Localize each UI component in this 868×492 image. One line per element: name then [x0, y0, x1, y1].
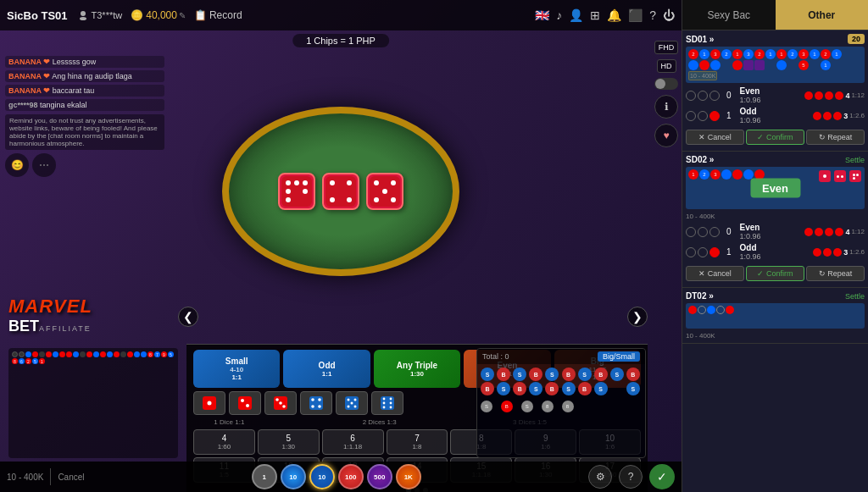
person-icon[interactable]: 👤: [569, 8, 583, 22]
history-dot: [53, 351, 58, 357]
nav-arrow-right[interactable]: ❯: [627, 307, 648, 327]
chip-selected[interactable]: 10: [309, 464, 335, 489]
num-btn-4[interactable]: 41:60: [193, 429, 255, 455]
screen-icon[interactable]: ⬛: [628, 8, 643, 22]
road-cell: [698, 306, 706, 314]
dice-sel-1[interactable]: [193, 391, 225, 415]
main-container: SicBo TS01 T3***tw 🪙 40,000 ✎ 📋 Record 🇬…: [0, 0, 868, 492]
road-cell: 1: [765, 49, 776, 59]
svg-point-39: [354, 406, 357, 408]
record-button[interactable]: 📋 Record: [194, 9, 242, 21]
cancel-label: Cancel: [58, 473, 84, 482]
tab-other[interactable]: Other: [776, 0, 869, 30]
bigsmall-label[interactable]: Big/Small: [598, 351, 640, 362]
dt02-roadmap: [686, 303, 865, 329]
cancel-btn[interactable]: ✕ Cancel: [686, 130, 744, 145]
confirm-btn[interactable]: ✓ Confirm: [746, 130, 804, 145]
chip-100[interactable]: 100: [338, 464, 364, 489]
result-cell: B: [578, 382, 592, 395]
help-icon[interactable]: ?: [649, 8, 656, 22]
nav-arrow-left[interactable]: ❮: [178, 307, 198, 327]
num-btn-5[interactable]: 51:30: [258, 429, 320, 455]
history-dot: [59, 351, 65, 357]
dice-sel-3[interactable]: [264, 391, 297, 415]
bet-odd-button[interactable]: Odd 1:1: [283, 350, 370, 388]
side-odds: 1:12: [851, 91, 865, 99]
result-dot: [825, 228, 833, 236]
repeat-btn[interactable]: ↻ Repeat: [806, 130, 865, 145]
history-num: 7: [154, 351, 160, 357]
r2-cell: 8: [562, 401, 574, 412]
svg-point-1: [80, 17, 86, 20]
result-cell: S: [578, 368, 592, 381]
r2-cell: 8: [542, 401, 554, 412]
music-icon[interactable]: ♪: [556, 8, 562, 22]
result-dot: [823, 112, 832, 120]
divider: [50, 468, 51, 485]
road-cell-s: [732, 60, 743, 70]
quality-toggle[interactable]: [654, 78, 678, 90]
bet-triple-button[interactable]: Any Triple 1:30: [374, 350, 460, 388]
num-btn-7[interactable]: 71:8: [387, 429, 448, 455]
sd02-roadmap: 1 2 3 Even: [686, 167, 865, 209]
svg-rect-29: [309, 396, 323, 410]
svg-point-3: [286, 180, 291, 185]
svg-point-32: [311, 405, 314, 408]
svg-point-27: [279, 401, 282, 405]
chip-500[interactable]: 500: [367, 464, 392, 489]
svg-point-13: [347, 197, 352, 202]
dice-sel-4[interactable]: [300, 391, 332, 415]
bell-icon[interactable]: 🔔: [607, 8, 621, 22]
result-dot: [833, 112, 842, 120]
dice-sel-5[interactable]: [336, 391, 368, 415]
sd02-id: SD02 »: [686, 155, 714, 164]
bottom-game-panel: Total : 0 Big/Small S B S B S B S B S B …: [476, 348, 646, 458]
bottom-toolbar: 10 - 400K Cancel 1 10 10 100 500 1K ⚙ ? …: [0, 462, 682, 492]
grid-icon[interactable]: ⊞: [590, 8, 600, 22]
username: T3***tw: [92, 10, 123, 20]
fhd-button[interactable]: FHD: [654, 41, 679, 54]
overlay-die: [834, 170, 846, 182]
svg-point-18: [374, 197, 379, 202]
chat-emoji-btn[interactable]: 😊: [5, 153, 29, 177]
bet-triple-odds: 1:30: [376, 370, 459, 378]
bet-odds: 1:0.96: [740, 232, 802, 240]
repeat-btn[interactable]: ↻ Repeat: [806, 266, 865, 281]
dice-label-2: [269, 418, 341, 426]
cancel-btn[interactable]: ✕ Cancel: [686, 266, 744, 281]
chip-1[interactable]: 1: [252, 464, 277, 489]
question-btn[interactable]: ?: [619, 465, 643, 489]
tab-sexy-bac[interactable]: Sexy Bac: [682, 0, 776, 30]
bet-circle-filled: [709, 247, 720, 257]
confirm-btn[interactable]: ✓ Confirm: [746, 266, 804, 281]
favorite-button[interactable]: ♥: [654, 124, 678, 147]
num-btn-6[interactable]: 61:1.18: [322, 429, 384, 455]
svg-point-7: [303, 189, 308, 194]
svg-point-19: [391, 197, 396, 202]
bet-name: Even: [740, 86, 802, 96]
power-icon[interactable]: ⏻: [663, 8, 675, 22]
settings-btn[interactable]: ⚙: [588, 465, 612, 489]
flag-icon[interactable]: 🇬🇧: [535, 8, 549, 22]
result-dot: [815, 91, 823, 100]
dice-sel-6[interactable]: [371, 391, 403, 415]
hd-button[interactable]: HD: [657, 59, 676, 73]
history-dot: [100, 351, 106, 357]
bet-small-button[interactable]: Small 4-10 1:1: [193, 350, 280, 388]
bet-odds: 1:0.96: [740, 96, 802, 104]
confirm-btn[interactable]: ✓: [649, 464, 675, 489]
svg-point-5: [303, 180, 308, 185]
result-cell: B: [562, 368, 576, 381]
result-dot: [835, 228, 843, 236]
chip-1k[interactable]: 1K: [396, 464, 421, 489]
bet-odd-odds: 1:1: [285, 370, 368, 378]
bet-small-label: Small: [195, 357, 278, 366]
bet-odds: 1:0.96: [740, 252, 810, 261]
dice-sel-2[interactable]: [229, 391, 261, 415]
sd01-header: SD01 » 20: [686, 34, 865, 44]
info-button[interactable]: ℹ: [654, 95, 678, 119]
chip-10[interactable]: 10: [281, 464, 306, 489]
svg-point-45: [390, 402, 392, 405]
chat-extra-btn[interactable]: ⋯: [32, 153, 56, 177]
r2-cell: B: [501, 401, 513, 412]
